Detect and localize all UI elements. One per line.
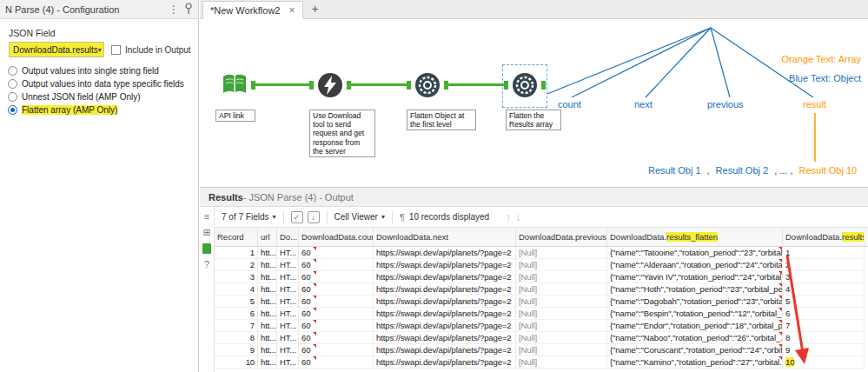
- column-header-downloaddata-previous[interactable]: DownloadData.previous: [516, 228, 607, 246]
- tool-download[interactable]: [316, 71, 344, 99]
- cell-previous: [Null]: [516, 332, 607, 344]
- table-row[interactable]: 9htt...HT...60https://swapi.dev/api/plan…: [215, 344, 868, 356]
- output-anchor[interactable]: [251, 81, 255, 90]
- output-anchor[interactable]: [347, 81, 351, 90]
- tool-annotation[interactable]: Flatten the Results array: [506, 110, 561, 130]
- radio-option-label: Flatten array (AMP Only): [22, 105, 117, 115]
- radio-option-label: Output values into data type specific fi…: [22, 79, 184, 89]
- radio-option-single-string[interactable]: Output values into single string field: [8, 66, 198, 76]
- cell-previous: [Null]: [516, 308, 607, 320]
- table-row[interactable]: 3htt...HT...60https://swapi.dev/api/plan…: [215, 271, 868, 283]
- cell-url: htt...: [258, 283, 277, 296]
- output-anchor[interactable]: [541, 81, 546, 90]
- table-row[interactable]: 2htt...HT...60https://swapi.dev/api/plan…: [215, 259, 868, 271]
- input-anchor[interactable]: [504, 81, 508, 90]
- table-header-row: RecordurlDo...DownloadData.countDownload…: [215, 228, 868, 247]
- cell-count: 60: [299, 247, 374, 259]
- fields-dropdown[interactable]: 7 of 7 Fields ▾: [222, 212, 276, 222]
- column-header-results-flatten[interactable]: DownloadData.results_flatten: [607, 228, 783, 246]
- chevron-down-icon: ▾: [98, 46, 102, 54]
- configuration-panel-header: N Parse (4) - Configuration ⋮: [0, 0, 198, 19]
- cell-previous: [Null]: [516, 259, 607, 271]
- truncation-indicator: [313, 344, 316, 348]
- column-header-do-[interactable]: Do...: [277, 228, 299, 246]
- whitespace-toggle-icon[interactable]: ¶: [400, 212, 405, 223]
- select-fields-icon[interactable]: ✓: [291, 211, 303, 223]
- data-view-icon[interactable]: [202, 243, 211, 254]
- radio-option-data-type-fields[interactable]: Output values into data type specific fi…: [8, 79, 198, 89]
- cell-idx: 5: [783, 296, 865, 308]
- separator: , ... ,: [774, 165, 792, 176]
- dots-menu-icon[interactable]: ⋮: [169, 3, 179, 16]
- cell-flatten: {"name":"Hoth","rotation_period":"23","o…: [607, 283, 783, 296]
- radio-option-unnest-json[interactable]: Unnest JSON field (AMP Only): [8, 92, 198, 102]
- cell-record: 3: [215, 271, 258, 283]
- export-data-icon[interactable]: ↓: [308, 211, 320, 223]
- tab-new-workflow2[interactable]: *New Workflow2 ×: [202, 1, 303, 19]
- column-header-downloaddata-count[interactable]: DownloadData.count: [299, 228, 374, 246]
- table-row[interactable]: 1htt...HT...60https://swapi.dev/api/plan…: [215, 247, 868, 259]
- tool-json-parse-first-level[interactable]: [414, 71, 441, 99]
- pin-icon[interactable]: [184, 3, 193, 16]
- cell-record: 9: [215, 344, 258, 356]
- list-view-icon[interactable]: ≡: [204, 212, 209, 222]
- cell-flatten: {"name":"Dagobah","rotation_period":"23"…: [607, 296, 783, 308]
- close-tab-icon[interactable]: ×: [289, 4, 295, 17]
- cell-idx: 1: [783, 247, 865, 259]
- input-anchor[interactable]: [309, 81, 314, 90]
- table-row[interactable]: 8htt...HT...60https://swapi.dev/api/plan…: [215, 332, 868, 344]
- cell-do: HT...: [277, 283, 299, 296]
- tool-json-parse-results[interactable]: [511, 71, 539, 99]
- include-in-output-checkbox[interactable]: [111, 45, 121, 55]
- column-header-downloaddata-next[interactable]: DownloadData.next: [374, 228, 516, 246]
- book-icon: [221, 71, 248, 99]
- table-row[interactable]: 10htt...HT...60https://swapi.dev/api/pla…: [215, 356, 868, 369]
- field-label-next: next: [634, 99, 653, 110]
- radio-option-label: Output values into single string field: [22, 66, 159, 76]
- cell-do: HT...: [277, 259, 299, 271]
- radio-option-flatten-array[interactable]: Flatten array (AMP Only): [8, 105, 198, 115]
- arrow-down-icon[interactable]: ↓: [515, 211, 520, 223]
- truncation-indicator: [313, 283, 316, 287]
- json-field-dropdown[interactable]: DownloadData.results ▾: [9, 42, 104, 57]
- tool-annotation[interactable]: Flatten Object at the first level: [407, 110, 476, 130]
- table-row[interactable]: 6htt...HT...60https://swapi.dev/api/plan…: [215, 308, 868, 320]
- column-header-results-idx[interactable]: DownloadData.results_idx: [783, 228, 865, 246]
- cell-record: 8: [215, 332, 258, 344]
- tool-annotation[interactable]: API link: [215, 110, 255, 122]
- new-tab-button[interactable]: +: [312, 2, 319, 16]
- help-icon[interactable]: ?: [204, 260, 209, 269]
- result-obj-10: Result Obj 10: [799, 165, 858, 176]
- cell-count: 60: [299, 356, 374, 369]
- tool-annotation[interactable]: Use Download tool to send request and ge…: [309, 110, 375, 157]
- include-in-output[interactable]: Include in Output: [111, 45, 191, 55]
- cell-flatten: {"name":"Tatooine","rotation_period":"23…: [607, 247, 783, 259]
- cell-previous: [Null]: [516, 283, 607, 296]
- cell-record: 7: [215, 320, 258, 332]
- table-row[interactable]: 4htt...HT...60https://swapi.dev/api/plan…: [215, 283, 868, 296]
- column-header-record[interactable]: Record: [215, 228, 258, 246]
- legend-orange-array: Orange Text: Array: [781, 54, 861, 64]
- truncation-indicator: [779, 296, 782, 299]
- tab-bar: *New Workflow2 × +: [200, 0, 868, 19]
- tool-api-link[interactable]: [221, 71, 248, 99]
- table-row[interactable]: 5htt...HT...60https://swapi.dev/api/plan…: [215, 296, 868, 308]
- cell-record: 1: [215, 247, 258, 259]
- results-panel: Results - JSON Parse (4) - Output ≡ ⊞ ? …: [200, 187, 868, 372]
- cell-viewer-dropdown[interactable]: Cell Viewer ▾: [335, 212, 385, 222]
- canvas-body[interactable]: API link Use Download tool to send reque…: [200, 19, 868, 187]
- truncation-indicator: [313, 259, 316, 262]
- cell-url: htt...: [258, 296, 277, 308]
- cell-count: 60: [299, 296, 374, 308]
- grid-view-icon[interactable]: ⊞: [202, 228, 210, 237]
- cell-count: 60: [299, 344, 374, 356]
- table-row[interactable]: 7htt...HT...60https://swapi.dev/api/plan…: [215, 320, 868, 332]
- cell-previous: [Null]: [516, 320, 607, 332]
- column-header-url[interactable]: url: [258, 228, 277, 246]
- results-side-strip: ≡ ⊞ ?: [200, 207, 215, 372]
- input-anchor[interactable]: [407, 81, 411, 90]
- output-anchor[interactable]: [444, 81, 448, 90]
- truncation-indicator: [779, 344, 782, 348]
- truncation-indicator: [313, 332, 316, 335]
- arrow-up-icon[interactable]: ↑: [506, 211, 511, 223]
